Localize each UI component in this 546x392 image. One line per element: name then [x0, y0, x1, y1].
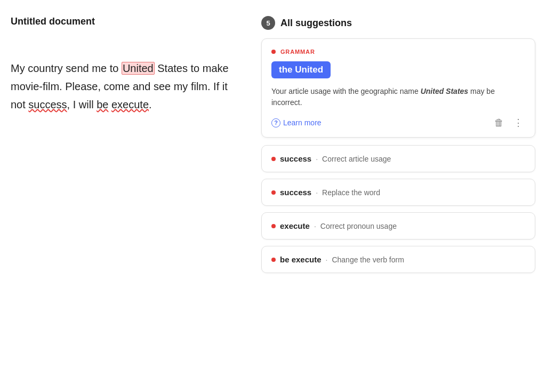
suggestion-sep-0: · [316, 155, 318, 163]
red-dot-icon-1 [271, 190, 276, 195]
main-container: Untitled document My country send me to … [11, 11, 535, 279]
correction-pill[interactable]: the United [271, 61, 331, 78]
text-end: . [149, 99, 152, 110]
card-actions: 🗑 ⋮ [492, 116, 525, 130]
grammar-description: Your article usage with the geographic n… [271, 86, 525, 108]
suggestions-title: All suggestions [280, 18, 352, 29]
grammar-dot-icon [271, 50, 276, 54]
suggestion-desc-2: Correct pronoun usage [320, 222, 397, 230]
suggestions-header: 5 All suggestions [261, 16, 535, 30]
help-icon: ? [271, 118, 280, 127]
grammar-card: GRAMMAR the United Your article usage wi… [261, 38, 535, 138]
suggestion-desc-3: Change the verb form [332, 255, 404, 264]
suggestion-desc-0: Correct article usage [322, 155, 391, 163]
suggestion-item-2[interactable]: execute · Correct pronoun usage [261, 212, 535, 239]
suggestion-item-3[interactable]: be execute · Change the verb form [261, 246, 535, 273]
document-panel: Untitled document My country send me to … [11, 11, 240, 279]
underlined-execute: execute [111, 99, 149, 110]
suggestion-sep-3: · [326, 255, 328, 264]
text-part1: My country send me to [11, 62, 122, 74]
more-options-icon[interactable]: ⋮ [511, 116, 525, 130]
underlined-success: success [28, 99, 67, 110]
document-body: My country send me to United States to m… [11, 59, 240, 114]
underlined-be: be [97, 99, 108, 110]
red-dot-icon-3 [271, 258, 276, 262]
learn-more-link[interactable]: ? Learn more [271, 118, 322, 127]
suggestions-badge: 5 [261, 16, 275, 30]
suggestion-desc-1: Replace the word [322, 188, 380, 197]
red-dot-icon-2 [271, 224, 276, 228]
suggestion-sep-1: · [316, 188, 318, 197]
suggestion-item-1[interactable]: success · Replace the word [261, 179, 535, 206]
red-dot-icon-0 [271, 157, 276, 161]
suggestion-sep-2: · [314, 222, 316, 230]
document-title: Untitled document [11, 16, 240, 27]
suggestion-word-3: be execute [280, 255, 322, 264]
text-part3: , I will [67, 99, 97, 110]
suggestion-word-0: success [280, 154, 311, 163]
card-footer: ? Learn more 🗑 ⋮ [271, 116, 525, 130]
suggestion-word-1: success [280, 188, 311, 197]
suggestion-word-2: execute [280, 221, 310, 230]
suggestion-item-0[interactable]: success · Correct article usage [261, 145, 535, 172]
grammar-label: GRAMMAR [271, 49, 525, 55]
suggestions-panel: 5 All suggestions GRAMMAR the United You… [261, 11, 535, 279]
delete-icon[interactable]: 🗑 [492, 116, 506, 130]
highlighted-word: United [122, 62, 155, 75]
